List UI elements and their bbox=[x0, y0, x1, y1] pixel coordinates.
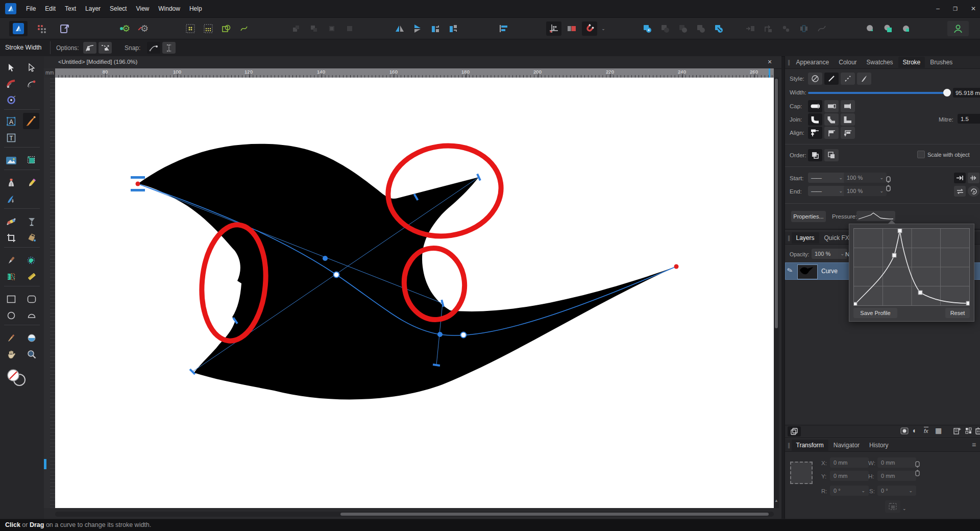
flip-horizontal-icon[interactable] bbox=[392, 21, 407, 36]
panel-grip[interactable]: ∥ bbox=[788, 442, 791, 449]
lock-width-end-icon[interactable] bbox=[99, 42, 112, 54]
cap-butt-button[interactable] bbox=[841, 100, 855, 112]
spine-node-hover[interactable] bbox=[461, 332, 467, 338]
menu-layer[interactable]: Layer bbox=[81, 3, 105, 14]
link-wh-icon[interactable] bbox=[914, 461, 920, 478]
crop-tool[interactable] bbox=[4, 231, 18, 245]
properties-button[interactable]: Properties... bbox=[791, 211, 826, 222]
menu-view[interactable]: View bbox=[131, 3, 154, 14]
scrollbar-up-arrow[interactable]: ▲ bbox=[774, 498, 778, 503]
menu-help[interactable]: Help bbox=[185, 3, 207, 14]
designer-persona-button[interactable] bbox=[9, 21, 28, 36]
order-behind-button[interactable] bbox=[808, 149, 822, 161]
snap-shapes-toggle-icon[interactable] bbox=[218, 21, 234, 36]
width-slider[interactable] bbox=[808, 92, 948, 94]
transparency-tool[interactable] bbox=[24, 214, 39, 229]
panel-grip[interactable]: ∥ bbox=[788, 59, 791, 66]
tab-appearance[interactable]: Appearance bbox=[792, 57, 834, 68]
style-fill-icon[interactable] bbox=[863, 21, 878, 36]
align-outside-button[interactable] bbox=[841, 127, 855, 139]
transform-mode-chevron[interactable]: ⌄ bbox=[902, 503, 906, 512]
window-minimize-button[interactable]: – bbox=[936, 5, 940, 12]
adjustment-layer-icon[interactable]: ◐ bbox=[913, 426, 917, 435]
alignment-icon[interactable] bbox=[496, 21, 511, 36]
move-tool[interactable] bbox=[4, 60, 18, 75]
style-brush-button[interactable] bbox=[857, 73, 871, 85]
y-field[interactable]: 0 mm bbox=[830, 471, 869, 481]
order-front-icon[interactable] bbox=[306, 21, 322, 36]
vertical-ruler[interactable] bbox=[44, 78, 56, 508]
menu-select[interactable]: Select bbox=[105, 3, 131, 14]
transform-anchor-widget[interactable] bbox=[790, 462, 813, 484]
scale-ruler-tool[interactable] bbox=[4, 270, 18, 284]
order-back-icon[interactable] bbox=[342, 21, 357, 36]
style-corner-icon[interactable] bbox=[898, 21, 914, 36]
edit-all-layers-icon[interactable] bbox=[788, 426, 801, 437]
style-picker-tool[interactable] bbox=[24, 331, 39, 345]
boolean-xor-icon[interactable] bbox=[693, 21, 708, 36]
order-front-button[interactable] bbox=[824, 149, 839, 161]
tab-swatches[interactable]: Swatches bbox=[862, 57, 898, 68]
window-maximize-button[interactable]: ❐ bbox=[953, 6, 958, 12]
pressure-curve-widget[interactable] bbox=[856, 211, 895, 221]
join-mitre-button[interactable] bbox=[841, 113, 855, 126]
width-slider-knob[interactable] bbox=[943, 89, 951, 96]
pattern-layer-icon[interactable]: ▦ bbox=[935, 426, 942, 435]
rectangle-tool[interactable] bbox=[4, 292, 18, 306]
flip-vertical-icon[interactable] bbox=[410, 21, 425, 36]
snap-to-node-toggle[interactable] bbox=[147, 42, 160, 54]
snap-to-center-toggle[interactable] bbox=[162, 42, 176, 54]
spine-node[interactable] bbox=[323, 256, 328, 261]
window-close-button[interactable]: ✕ bbox=[971, 5, 976, 12]
rotate-ccw-icon[interactable] bbox=[428, 21, 443, 36]
flood-select-tool[interactable] bbox=[24, 253, 39, 268]
export-persona-button[interactable] bbox=[57, 21, 72, 36]
order-forward-icon[interactable] bbox=[288, 21, 304, 36]
lock-width-start-icon[interactable] bbox=[83, 42, 96, 54]
insert-inside-icon[interactable] bbox=[743, 21, 758, 36]
end-percent-dropdown[interactable]: 100 %⌄ bbox=[844, 186, 887, 196]
horizontal-scrollbar[interactable] bbox=[55, 512, 774, 517]
document-tab[interactable]: <Untitled> [Modified] (196.0%) bbox=[58, 59, 137, 65]
transform-origin-toggle[interactable] bbox=[564, 21, 579, 36]
layer-name[interactable]: Curve bbox=[821, 268, 838, 275]
reset-arrows-button[interactable] bbox=[968, 186, 979, 197]
view-pan-tool[interactable] bbox=[4, 347, 18, 361]
style-paint-tool[interactable] bbox=[24, 231, 39, 245]
fill-gradient-tool[interactable] bbox=[4, 214, 18, 229]
w-field[interactable]: 0 mm bbox=[877, 457, 916, 468]
cap-square-button[interactable] bbox=[824, 100, 839, 112]
style-dashed-button[interactable] bbox=[841, 73, 855, 85]
node-tool[interactable] bbox=[24, 60, 39, 75]
account-person-icon[interactable] bbox=[947, 21, 969, 36]
point-transform-tool[interactable] bbox=[4, 93, 18, 107]
join-round-button[interactable] bbox=[808, 113, 822, 126]
tab-transform[interactable]: Transform bbox=[792, 440, 828, 451]
settings-gear-icon[interactable]: ⚙ bbox=[137, 21, 152, 36]
group-layers-icon[interactable] bbox=[965, 427, 972, 435]
cycle-selection-box-icon[interactable] bbox=[796, 21, 812, 36]
insert-behind-icon[interactable] bbox=[761, 21, 776, 36]
tab-navigator[interactable]: Navigator bbox=[829, 440, 864, 451]
boolean-add-icon[interactable] bbox=[640, 21, 655, 36]
show-grid-toggle[interactable] bbox=[546, 21, 561, 36]
tab-history[interactable]: History bbox=[865, 440, 893, 451]
align-inside-button[interactable] bbox=[824, 127, 839, 139]
segment-tool[interactable] bbox=[24, 308, 39, 323]
fill-stroke-swatch[interactable] bbox=[5, 369, 28, 387]
mitre-value-field[interactable]: 1.5 bbox=[958, 114, 980, 124]
menu-text[interactable]: Text bbox=[60, 3, 81, 14]
tab-layers[interactable]: Layers bbox=[792, 232, 819, 244]
layer-thumbnail[interactable] bbox=[797, 264, 818, 279]
artistic-text-tool[interactable]: A bbox=[4, 114, 18, 129]
end-style-dropdown[interactable]: ——⌄ bbox=[808, 186, 846, 196]
cap-round-button[interactable] bbox=[808, 100, 822, 112]
contour-tool[interactable] bbox=[4, 77, 18, 91]
tab-brushes[interactable]: Brushes bbox=[925, 57, 957, 68]
link-percent-icon[interactable] bbox=[885, 176, 891, 193]
artwork-canvas[interactable] bbox=[55, 78, 774, 508]
end-node[interactable] bbox=[674, 264, 679, 269]
panel-grip[interactable]: ∥ bbox=[788, 235, 791, 242]
start-style-dropdown[interactable]: ——⌄ bbox=[808, 173, 846, 183]
menu-file[interactable]: File bbox=[21, 3, 40, 14]
